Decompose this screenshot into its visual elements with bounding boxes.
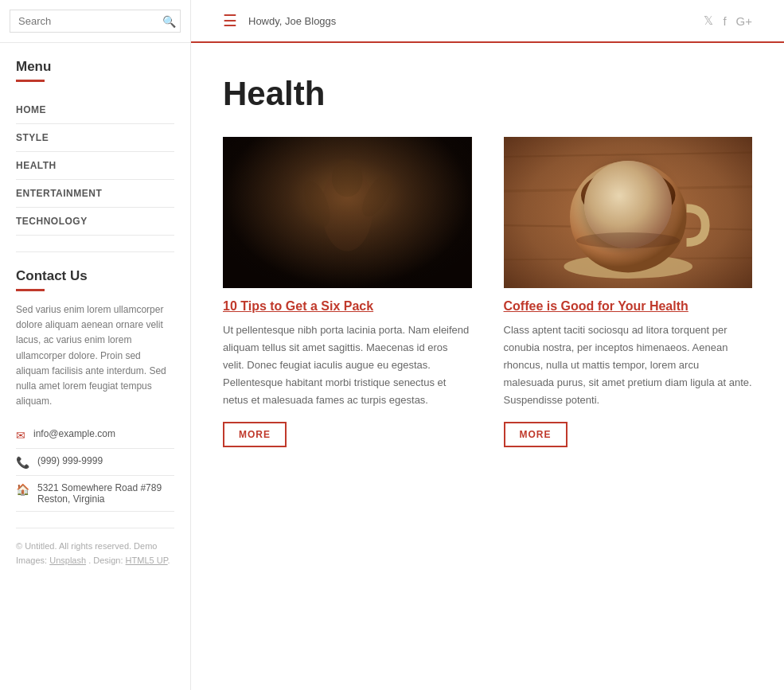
main-inner: Health bbox=[191, 43, 784, 479]
contact-text: Sed varius enim lorem ullamcorper dolore… bbox=[16, 302, 174, 409]
nav-link-technology[interactable]: TECHNOLOGY bbox=[16, 208, 174, 235]
contact-info-list: ✉ info@example.com 📞 (999) 999-9999 🏠 53… bbox=[16, 422, 174, 512]
menu-title: Menu bbox=[16, 59, 174, 75]
svg-point-14 bbox=[602, 178, 653, 212]
sidebar: 🔍 Menu HOME STYLE HEALTH ENTERTAINMENT T… bbox=[0, 0, 191, 690]
article-image-fitness bbox=[223, 137, 472, 288]
contact-address-text: 5321 Somewhere Road #789 Reston, Virgini… bbox=[37, 482, 162, 505]
menu-underline bbox=[16, 80, 45, 82]
article-excerpt-sixpack: Ut pellentesque nibh porta lacinia porta… bbox=[223, 322, 472, 409]
twitter-icon[interactable]: 𝕏 bbox=[704, 14, 713, 28]
top-bar-social: 𝕏 f G+ bbox=[704, 14, 752, 28]
contact-underline bbox=[16, 289, 45, 291]
nav-link-entertainment[interactable]: ENTERTAINMENT bbox=[16, 180, 174, 207]
main-content-area: ☰ Howdy, Joe Bloggs 𝕏 f G+ Health bbox=[191, 0, 784, 690]
page-title: Health bbox=[223, 75, 752, 113]
nav-link-home[interactable]: HOME bbox=[16, 96, 174, 123]
article-title-sixpack[interactable]: 10 Tips to Get a Six Pack bbox=[223, 299, 472, 314]
howdy-text: Howdy, Joe Bloggs bbox=[248, 15, 336, 27]
article-image-coffee bbox=[504, 137, 753, 288]
email-icon: ✉ bbox=[16, 429, 25, 442]
nav-item-technology[interactable]: TECHNOLOGY bbox=[16, 208, 174, 236]
svg-point-2 bbox=[332, 159, 363, 197]
nav-item-health[interactable]: HEALTH bbox=[16, 152, 174, 180]
hamburger-icon[interactable]: ☰ bbox=[223, 11, 237, 30]
sidebar-content: Menu HOME STYLE HEALTH ENTERTAINMENT TEC… bbox=[0, 43, 190, 690]
svg-point-13 bbox=[580, 170, 675, 221]
facebook-icon[interactable]: f bbox=[723, 14, 726, 28]
article-excerpt-coffee: Class aptent taciti sociosqu ad litora t… bbox=[504, 322, 753, 409]
googleplus-icon[interactable]: G+ bbox=[736, 14, 752, 28]
svg-point-1 bbox=[322, 166, 373, 251]
sidebar-footer: © Untitled. All rights reserved. Demo Im… bbox=[16, 540, 174, 583]
nav-item-entertainment[interactable]: ENTERTAINMENT bbox=[16, 180, 174, 208]
svg-point-12 bbox=[569, 161, 686, 272]
phone-icon: 📞 bbox=[16, 456, 29, 469]
article-title-coffee[interactable]: Coffee is Good for Your Health bbox=[504, 299, 753, 314]
article-card-sixpack: 10 Tips to Get a Six Pack Ut pellentesqu… bbox=[223, 137, 472, 447]
svg-point-4 bbox=[357, 170, 399, 221]
contact-email-item: ✉ info@example.com bbox=[16, 422, 174, 449]
search-input[interactable] bbox=[10, 10, 181, 33]
nav-link-style[interactable]: STYLE bbox=[16, 124, 174, 151]
contact-phone-text: (999) 999-9999 bbox=[37, 455, 103, 466]
contact-phone-item: 📞 (999) 999-9999 bbox=[16, 449, 174, 476]
nav-item-style[interactable]: STYLE bbox=[16, 124, 174, 152]
articles-grid: 10 Tips to Get a Six Pack Ut pellentesqu… bbox=[223, 137, 752, 447]
footer-html5up-link[interactable]: HTML5 UP bbox=[126, 556, 168, 565]
article-more-button-coffee[interactable]: MORE bbox=[504, 422, 568, 447]
nav-item-home[interactable]: HOME bbox=[16, 96, 174, 124]
search-button[interactable]: 🔍 bbox=[162, 15, 176, 28]
nav-list: HOME STYLE HEALTH ENTERTAINMENT TECHNOLO… bbox=[16, 96, 174, 236]
nav-link-health[interactable]: HEALTH bbox=[16, 152, 174, 179]
sidebar-divider bbox=[16, 251, 174, 252]
svg-rect-0 bbox=[223, 137, 472, 288]
search-bar: 🔍 bbox=[0, 0, 190, 43]
top-bar: ☰ Howdy, Joe Bloggs 𝕏 f G+ bbox=[191, 0, 784, 43]
svg-point-3 bbox=[299, 177, 335, 230]
contact-address-item: 🏠 5321 Somewhere Road #789 Reston, Virgi… bbox=[16, 476, 174, 512]
contact-email-link[interactable]: info@example.com bbox=[33, 428, 115, 439]
article-card-coffee: Coffee is Good for Your Health Class apt… bbox=[504, 137, 753, 447]
contact-us-title: Contact Us bbox=[16, 268, 174, 284]
top-bar-left: ☰ Howdy, Joe Bloggs bbox=[223, 11, 336, 30]
home-icon: 🏠 bbox=[16, 483, 29, 496]
svg-rect-5 bbox=[223, 137, 472, 288]
footer-unsplash-link[interactable]: Unsplash bbox=[49, 556, 86, 565]
sidebar-bottom-divider bbox=[16, 528, 174, 528]
article-more-button-sixpack[interactable]: MORE bbox=[223, 422, 287, 447]
